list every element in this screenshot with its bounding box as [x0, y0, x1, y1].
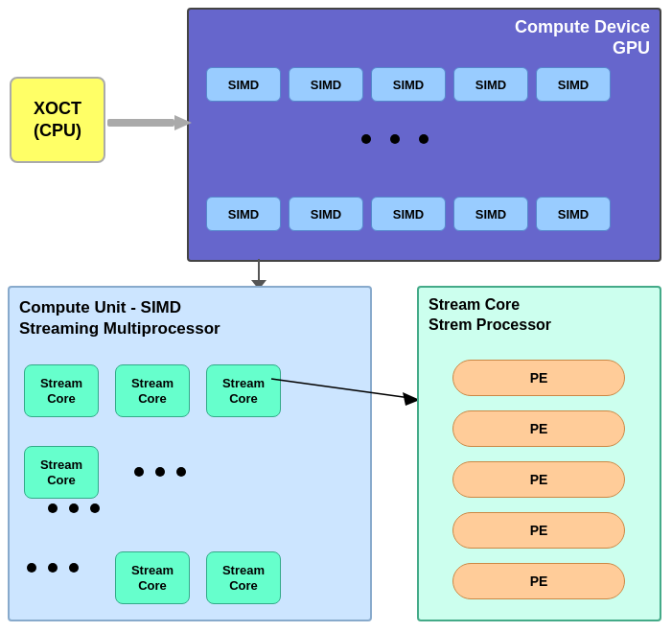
cu-dots-v — [48, 503, 100, 513]
cu-dot-v3 — [90, 503, 100, 513]
dot-2 — [390, 134, 400, 144]
cu-dot-r2-1 — [134, 467, 144, 477]
svg-line-5 — [271, 379, 410, 398]
cu-dot-r2-3 — [176, 467, 186, 477]
cu-label: Compute Unit - SIMD Streaming Multiproce… — [19, 297, 220, 339]
pe-2: PE — [452, 410, 625, 447]
simd-btn-r1-5: SIMD — [536, 67, 611, 102]
stream-core-r2-1: StreamCore — [24, 446, 99, 499]
stream-core-r1-1: StreamCore — [24, 364, 99, 417]
sp-label-line1: Stream Core — [429, 295, 551, 316]
cu-dot-r2-2 — [155, 467, 165, 477]
simd-row-2: SIMD SIMD SIMD SIMD SIMD — [206, 197, 611, 231]
cu-dot-v2 — [69, 503, 79, 513]
cu-dots-r2 — [134, 467, 186, 477]
pe-3: PE — [452, 461, 625, 498]
simd-btn-r1-1: SIMD — [206, 67, 281, 102]
simd-btn-r2-2: SIMD — [289, 197, 363, 231]
stream-processor-box: Stream Core Strem Processor PE PE PE PE … — [417, 286, 661, 621]
stream-core-r1-2: StreamCore — [115, 364, 190, 417]
simd-btn-r1-2: SIMD — [289, 67, 363, 102]
cu-dot-v1 — [48, 503, 58, 513]
cu-dot-s3 — [69, 563, 79, 573]
stream-core-r4-1: StreamCore — [115, 551, 190, 604]
sp-label-line2: Strem Processor — [429, 316, 551, 336]
dot-1 — [361, 134, 371, 144]
cu-dots-side — [27, 563, 79, 573]
cu-label-line1: Compute Unit - SIMD — [19, 297, 220, 318]
cpu-label: XOCT(CPU) — [34, 98, 81, 143]
dot-3 — [419, 134, 429, 144]
simd-dots — [361, 134, 429, 144]
cpu-box: XOCT(CPU) — [10, 77, 105, 163]
gpu-label: Compute Device GPU — [515, 17, 650, 59]
cpu-to-gpu-arrow — [107, 111, 192, 134]
cu-label-line2: Streaming Multiprocessor — [19, 318, 220, 339]
simd-btn-r2-1: SIMD — [206, 197, 281, 231]
gpu-label-line2: GPU — [515, 38, 650, 59]
simd-btn-r1-3: SIMD — [371, 67, 446, 102]
svg-marker-2 — [174, 115, 192, 130]
svg-rect-1 — [107, 119, 174, 127]
cu-dot-s2 — [48, 563, 58, 573]
simd-btn-r2-4: SIMD — [453, 197, 528, 231]
sp-label: Stream Core Strem Processor — [429, 295, 551, 336]
cu-to-sp-arrow — [271, 379, 423, 436]
simd-row-1: SIMD SIMD SIMD SIMD SIMD — [206, 67, 611, 102]
gpu-box: Compute Device GPU SIMD SIMD SIMD SIMD S… — [187, 8, 661, 262]
pe-1: PE — [452, 360, 625, 396]
simd-btn-r1-4: SIMD — [453, 67, 528, 102]
pe-4: PE — [452, 512, 625, 549]
stream-core-r4-2: StreamCore — [206, 551, 281, 604]
simd-btn-r2-3: SIMD — [371, 197, 446, 231]
gpu-label-line1: Compute Device — [515, 17, 650, 38]
compute-unit-box: Compute Unit - SIMD Streaming Multiproce… — [8, 286, 372, 621]
cu-dot-s1 — [27, 563, 36, 573]
simd-btn-r2-5: SIMD — [536, 197, 611, 231]
stream-core-r1-3: StreamCore — [206, 364, 281, 417]
pe-5: PE — [452, 563, 625, 599]
